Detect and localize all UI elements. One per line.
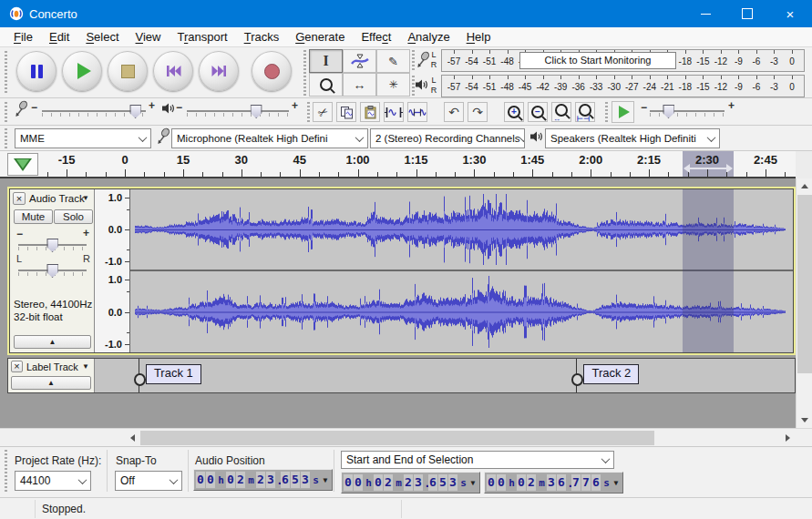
skip-to-end-button[interactable]: [199, 51, 239, 91]
time-unit[interactable]: s: [458, 477, 468, 489]
undo-button[interactable]: ↶: [444, 102, 464, 122]
multi-tool-button[interactable]: ✳: [376, 73, 410, 97]
time-unit[interactable]: h: [364, 477, 374, 489]
snap-to-select[interactable]: Off: [115, 471, 182, 491]
fit-project-button[interactable]: ⊢⊣: [575, 102, 595, 122]
playback-meter[interactable]: -57-54-51-48-45-42-39-36-33-30-27-24-21-…: [441, 75, 805, 97]
zoom-out-button[interactable]: −: [528, 102, 548, 122]
time-digit[interactable]: 6: [281, 472, 290, 488]
solo-button[interactable]: Solo: [54, 209, 93, 224]
skip-to-start-button[interactable]: [153, 51, 193, 91]
time-dropdown-icon[interactable]: ▼: [468, 479, 478, 487]
time-digit[interactable]: 0: [374, 474, 383, 491]
copy-button[interactable]: [336, 102, 356, 122]
time-digit[interactable]: 5: [291, 472, 300, 488]
time-dropdown-icon[interactable]: ▼: [321, 476, 330, 484]
vertical-ruler[interactable]: 1.00.0-1.01.00.0-1.0: [95, 189, 130, 352]
label-track-content[interactable]: Track 1Track 2: [95, 359, 795, 392]
gain-slider[interactable]: [18, 239, 87, 252]
audio-position-time[interactable]: 00h02m23.653s▼: [193, 469, 333, 491]
menu-effect[interactable]: Effect: [353, 27, 399, 46]
monitoring-tooltip[interactable]: Click to Start Monitoring: [519, 52, 676, 69]
time-digit[interactable]: 2: [384, 474, 393, 491]
playback-device-select[interactable]: Speakers (Realtek High Definiti: [545, 128, 720, 148]
time-digit[interactable]: 0: [206, 472, 215, 488]
label-anchor[interactable]: [571, 373, 583, 386]
menu-file[interactable]: File: [5, 27, 41, 46]
time-unit[interactable]: s: [601, 477, 612, 489]
transport-toolbar-grip[interactable]: [5, 51, 7, 93]
time-digit[interactable]: 6: [428, 474, 437, 491]
time-digit[interactable]: 0: [344, 474, 353, 491]
draw-tool-button[interactable]: ✎: [376, 49, 410, 73]
label-item[interactable]: Track 2: [583, 364, 639, 384]
close-track-button[interactable]: ×: [13, 192, 26, 205]
timeline-ruler[interactable]: -1501530451:001:151:301:452:002:152:302:…: [0, 151, 796, 178]
envelope-tool-button[interactable]: [343, 49, 376, 73]
edit-toolbar-grip[interactable]: [307, 102, 310, 122]
time-digit[interactable]: 3: [547, 474, 556, 491]
time-unit[interactable]: h: [216, 474, 226, 486]
scroll-down-button[interactable]: [797, 412, 812, 428]
menu-transport[interactable]: Transport: [169, 27, 235, 46]
zoom-in-button[interactable]: +: [504, 102, 524, 122]
redo-button[interactable]: ↷: [468, 102, 488, 122]
mute-button[interactable]: Mute: [14, 209, 53, 224]
time-unit[interactable]: m: [394, 477, 404, 489]
menu-edit[interactable]: Edit: [41, 27, 77, 46]
time-digit[interactable]: 2: [236, 472, 245, 488]
scroll-left-button[interactable]: [125, 431, 140, 445]
menu-select[interactable]: Select: [77, 27, 127, 46]
time-digit[interactable]: 6: [557, 474, 566, 491]
maximize-button[interactable]: [726, 0, 768, 27]
recording-channels-select[interactable]: 2 (Stereo) Recording Channels: [370, 128, 525, 148]
vertical-scrollbar[interactable]: [796, 178, 812, 428]
menu-help[interactable]: Help: [458, 27, 499, 46]
selection-start-time[interactable]: 00h02m23.653s▼: [341, 472, 480, 494]
time-digit[interactable]: 0: [354, 474, 363, 491]
play-speed-slider[interactable]: [650, 105, 725, 119]
menu-view[interactable]: View: [128, 27, 170, 46]
menu-tracks[interactable]: Tracks: [236, 27, 288, 46]
cut-button[interactable]: ✂: [313, 102, 333, 122]
time-digit[interactable]: 3: [448, 474, 457, 491]
selection-mode-select[interactable]: Start and End of Selection: [341, 451, 614, 469]
device-toolbar-grip[interactable]: [5, 128, 7, 148]
close-label-track-button[interactable]: ×: [11, 361, 23, 372]
track-menu-arrow-icon[interactable]: ▼: [82, 194, 89, 202]
label-item[interactable]: Track 1: [146, 364, 201, 384]
horizontal-scroll-thumb[interactable]: [140, 431, 654, 445]
time-digit[interactable]: 6: [591, 474, 601, 491]
record-button[interactable]: [252, 51, 292, 91]
time-dropdown-icon[interactable]: ▼: [612, 479, 621, 487]
menu-analyze[interactable]: Analyze: [399, 27, 457, 46]
selection-toolbar-grip[interactable]: [5, 450, 7, 494]
time-unit[interactable]: s: [311, 474, 321, 486]
paste-button[interactable]: [360, 102, 380, 122]
playback-meter-grip[interactable]: [412, 76, 415, 96]
project-rate-select[interactable]: 44100: [15, 471, 91, 491]
time-digit[interactable]: 5: [438, 474, 447, 491]
recording-device-select[interactable]: Microphone (Realtek High Defini: [171, 128, 368, 148]
time-digit[interactable]: 0: [226, 472, 235, 488]
time-unit[interactable]: m: [246, 474, 256, 486]
label-anchor[interactable]: [134, 373, 146, 386]
time-digit[interactable]: 3: [266, 472, 275, 488]
stop-button[interactable]: [108, 51, 148, 91]
scroll-up-button[interactable]: [797, 178, 812, 194]
pan-slider[interactable]: [18, 264, 87, 278]
timeline-pin-button[interactable]: [7, 153, 38, 176]
menu-generate[interactable]: Generate: [287, 27, 353, 46]
time-digit[interactable]: 3: [414, 474, 423, 491]
audio-track-title[interactable]: Audio Track: [29, 193, 85, 204]
tools-toolbar-grip[interactable]: [303, 50, 306, 96]
play-at-speed-grip[interactable]: [605, 102, 608, 122]
time-digit[interactable]: 2: [404, 474, 413, 491]
collapse-track-button[interactable]: ▲: [14, 335, 91, 349]
recording-meter-grip[interactable]: [412, 50, 415, 70]
label-track-menu-arrow-icon[interactable]: ▼: [82, 362, 89, 371]
time-digit[interactable]: 3: [301, 472, 310, 488]
waveform-area[interactable]: [130, 189, 793, 352]
audio-host-select[interactable]: MME: [15, 128, 151, 148]
selection-end-time[interactable]: 00h02m36.776s▼: [484, 472, 623, 494]
